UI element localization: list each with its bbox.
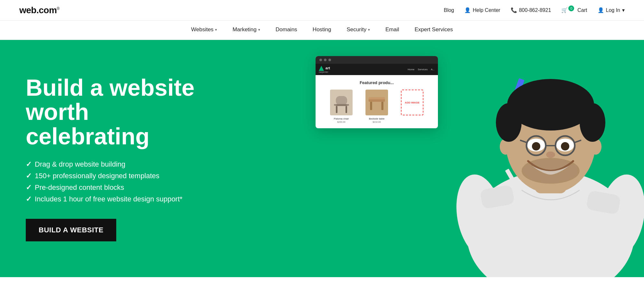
feature-2: 150+ professionally designed templates: [26, 172, 209, 180]
svg-point-27: [532, 142, 540, 150]
product-name-table: Bedside table: [361, 117, 393, 120]
svg-point-28: [561, 142, 569, 150]
nav-websites[interactable]: Websites ▾: [190, 21, 219, 40]
hero-title: Build a website worth celebrating: [26, 76, 209, 149]
svg-rect-8: [370, 102, 372, 110]
featured-title: Featured produ...: [321, 80, 433, 85]
browser-dot-1: [319, 59, 322, 61]
product-card-chair: Paloma chair $200.00: [325, 90, 357, 123]
hero-visual: art carpenter Home Services A... Feature…: [290, 40, 644, 277]
browser-nav: art carpenter Home Services A...: [316, 64, 438, 75]
nav-security[interactable]: Security ▾: [346, 21, 371, 40]
phone-link[interactable]: 📞 800-862-8921: [511, 7, 551, 13]
hero-features-list: Drag & drop website building 150+ profes…: [26, 160, 209, 203]
product-card-add: ADD IMAGE: [396, 90, 428, 123]
feature-4: Includes 1 hour of free website design s…: [26, 195, 209, 203]
product-name-chair: Paloma chair: [325, 117, 357, 120]
site-logo[interactable]: web.com®: [19, 5, 60, 15]
top-bar: web.com® Blog 👤 Help Center 📞 800-862-89…: [0, 0, 644, 21]
hero-section: Build a website worth celebrating Drag &…: [0, 40, 644, 277]
chevron-down-icon: ▾: [215, 28, 217, 32]
feature-3: Pre-designed content blocks: [26, 183, 209, 192]
product-img-table: [365, 90, 388, 115]
product-grid: Paloma chair $200.00: [321, 90, 433, 123]
svg-point-29: [546, 151, 555, 158]
browser-dot-2: [324, 59, 327, 61]
nav-expert-services[interactable]: Expert Services: [413, 21, 454, 40]
nav-domains[interactable]: Domains: [274, 21, 298, 40]
help-center-link[interactable]: 👤 Help Center: [464, 7, 500, 13]
user-icon: 👤: [598, 7, 604, 13]
person-icon: 👤: [464, 7, 471, 13]
login-link[interactable]: 👤 Log In ▾: [598, 7, 625, 13]
cart-link[interactable]: 🛒0 Cart: [561, 7, 587, 13]
nav-marketing[interactable]: Marketing ▾: [231, 21, 261, 40]
browser-dot-3: [328, 59, 331, 61]
svg-rect-3: [336, 106, 337, 113]
svg-marker-0: [319, 66, 324, 71]
svg-rect-1: [336, 96, 347, 105]
product-price-chair: $200.00: [325, 121, 357, 123]
cart-badge: 0: [568, 5, 574, 11]
browser-nav-links: Home Services A...: [408, 68, 435, 71]
svg-rect-2: [335, 104, 348, 106]
main-nav: Websites ▾ Marketing ▾ Domains Hosting S…: [0, 21, 644, 40]
blog-link[interactable]: Blog: [444, 7, 454, 13]
svg-rect-6: [346, 104, 349, 106]
svg-rect-10: [369, 97, 385, 99]
hero-content: Build a website worth celebrating Drag &…: [0, 76, 209, 242]
svg-point-30: [522, 158, 580, 184]
product-price-table: $210.00: [361, 121, 393, 123]
chevron-down-icon: ▾: [258, 28, 260, 32]
browser-topbar: [316, 56, 438, 64]
cart-icon: 🛒: [561, 7, 568, 13]
browser-mockup: art carpenter Home Services A... Feature…: [316, 56, 438, 128]
nav-email[interactable]: Email: [384, 21, 401, 40]
chevron-down-icon: ▾: [368, 28, 370, 32]
svg-point-18: [496, 103, 522, 142]
svg-rect-5: [334, 104, 336, 106]
feature-1: Drag & drop website building: [26, 160, 209, 169]
svg-rect-4: [346, 106, 347, 113]
svg-rect-9: [381, 102, 383, 110]
build-website-button[interactable]: BUILD A WEBSITE: [26, 219, 116, 241]
nav-hosting[interactable]: Hosting: [311, 21, 333, 40]
product-img-add: ADD IMAGE: [401, 90, 423, 115]
top-right-links: Blog 👤 Help Center 📞 800-862-8921 🛒0 Car…: [444, 7, 625, 13]
svg-point-19: [580, 103, 605, 142]
product-card-table: Bedside table $210.00: [361, 90, 393, 123]
browser-brand: art carpenter: [319, 66, 330, 73]
browser-content: Featured produ...: [316, 75, 438, 128]
person-image: [451, 55, 644, 277]
product-img-chair: [330, 90, 353, 115]
phone-icon: 📞: [511, 7, 517, 13]
